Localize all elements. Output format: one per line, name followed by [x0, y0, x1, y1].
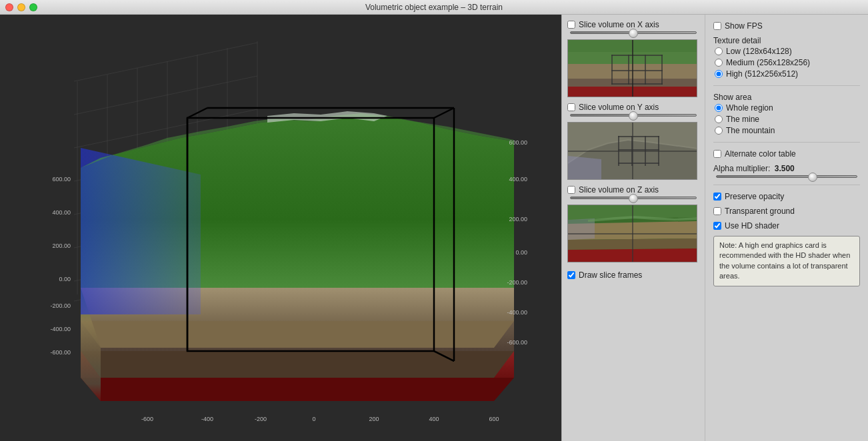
x-axis-slider-container — [567, 31, 699, 34]
texture-high-radio[interactable] — [715, 70, 723, 78]
svg-text:-400.00: -400.00 — [507, 309, 527, 316]
show-fps-row[interactable]: Show FPS — [713, 21, 860, 31]
area-mountain-radio[interactable] — [715, 127, 723, 135]
area-mine-text: The mine — [726, 115, 759, 124]
y-axis-checkbox[interactable] — [567, 103, 575, 111]
show-area-section: Show area Whole region The mine The moun… — [713, 93, 860, 135]
draw-frames-label[interactable]: Draw slice frames — [567, 270, 642, 280]
svg-rect-68 — [611, 83, 663, 85]
divider-3 — [713, 185, 860, 185]
svg-marker-88 — [568, 219, 595, 240]
area-whole-radio[interactable] — [715, 104, 723, 112]
svg-marker-73 — [568, 156, 601, 180]
x-axis-checkbox[interactable] — [567, 21, 575, 29]
texture-high-text: High (512x256x512) — [726, 69, 798, 79]
y-thumb — [567, 122, 697, 180]
svg-rect-64 — [645, 55, 646, 85]
alpha-slider-container — [713, 175, 860, 178]
preserve-opacity-label[interactable]: Preserve opacity — [713, 192, 860, 201]
main-content: 600.00 400.00 200.00 0.00 -200.00 -400.0… — [0, 15, 868, 441]
svg-text:200.00: 200.00 — [509, 216, 527, 222]
draw-frames-text: Draw slice frames — [579, 270, 642, 280]
y-axis-label: Slice volume on Y axis — [579, 103, 659, 112]
z-axis-checkbox-label[interactable]: Slice volume on Z axis — [567, 185, 699, 195]
x-axis-section: Slice volume on X axis — [567, 20, 699, 34]
svg-text:0.00: 0.00 — [59, 276, 71, 282]
svg-text:-400.00: -400.00 — [50, 326, 71, 332]
svg-text:200: 200 — [369, 416, 379, 422]
transparent-ground-text: Transparent ground — [725, 207, 795, 216]
viewport[interactable]: 600.00 400.00 200.00 0.00 -200.00 -400.0… — [0, 15, 561, 441]
alpha-section: Alpha multiplier: 3.500 — [713, 164, 860, 178]
show-area-group: Whole region The mine The mountain — [713, 103, 860, 135]
transparent-ground-checkbox[interactable] — [713, 207, 721, 215]
y-axis-slider[interactable] — [570, 114, 697, 117]
texture-low-radio[interactable] — [715, 47, 723, 55]
minimize-button[interactable] — [17, 3, 25, 11]
preserve-opacity-checkbox[interactable] — [713, 193, 721, 201]
show-area-heading: Show area — [713, 93, 860, 102]
hd-shader-label[interactable]: Use HD shader — [713, 221, 860, 230]
svg-text:-600.00: -600.00 — [507, 339, 527, 346]
svg-marker-21 — [81, 321, 514, 348]
svg-rect-65 — [661, 55, 663, 85]
texture-high-label[interactable]: High (512x256x512) — [715, 69, 860, 79]
note-text: Note: A high end graphics card is recomm… — [719, 241, 850, 280]
svg-text:-200.00: -200.00 — [507, 279, 527, 286]
z-axis-slider[interactable] — [570, 197, 697, 199]
y-axis-section: Slice volume on Y axis — [567, 103, 699, 117]
alt-color-label[interactable]: Alternate color table — [713, 149, 860, 159]
svg-text:-200.00: -200.00 — [50, 302, 71, 309]
x-axis-slider[interactable] — [570, 31, 697, 34]
area-whole-text: Whole region — [726, 103, 773, 113]
svg-text:400.00: 400.00 — [509, 176, 527, 183]
svg-text:600.00: 600.00 — [52, 176, 71, 183]
svg-rect-78 — [645, 136, 646, 166]
texture-medium-label[interactable]: Medium (256x128x256) — [715, 58, 860, 67]
x-axis-checkbox-label[interactable]: Slice volume on X axis — [567, 20, 699, 29]
svg-rect-67 — [611, 70, 663, 71]
texture-detail-heading: Texture detail — [713, 36, 860, 45]
y-axis-checkbox-label[interactable]: Slice volume on Y axis — [567, 103, 699, 112]
svg-rect-62 — [611, 55, 613, 85]
texture-detail-group: Low (128x64x128) Medium (256x128x256) Hi… — [713, 47, 860, 79]
z-axis-label: Slice volume on Z axis — [579, 185, 659, 195]
texture-detail-section: Texture detail Low (128x64x128) Medium (… — [713, 36, 860, 79]
alpha-slider[interactable] — [716, 175, 857, 178]
settings-column: Show FPS Texture detail Low (128x64x128)… — [705, 15, 868, 441]
texture-medium-text: Medium (256x128x256) — [726, 58, 810, 67]
svg-text:-600: -600 — [141, 416, 153, 422]
svg-marker-24 — [81, 148, 201, 314]
svg-text:200.00: 200.00 — [52, 242, 71, 249]
svg-rect-81 — [618, 149, 659, 151]
svg-text:-200: -200 — [255, 416, 267, 422]
svg-rect-63 — [628, 55, 629, 85]
alt-color-checkbox[interactable] — [713, 150, 721, 158]
svg-rect-80 — [618, 136, 659, 137]
svg-rect-77 — [631, 136, 633, 166]
svg-rect-66 — [611, 55, 663, 56]
area-mountain-label[interactable]: The mountain — [715, 126, 860, 135]
svg-marker-19 — [81, 351, 514, 378]
hd-shader-checkbox[interactable] — [713, 222, 721, 230]
area-whole-label[interactable]: Whole region — [715, 103, 860, 113]
texture-low-label[interactable]: Low (128x64x128) — [715, 47, 860, 56]
z-thumb — [567, 205, 697, 262]
texture-low-text: Low (128x64x128) — [726, 47, 792, 56]
area-mine-radio[interactable] — [715, 115, 723, 123]
note-box: Note: A high end graphics card is recomm… — [713, 236, 860, 286]
svg-text:0.00: 0.00 — [515, 249, 527, 256]
show-fps-checkbox[interactable] — [713, 22, 721, 30]
divider-2 — [713, 142, 860, 143]
maximize-button[interactable] — [29, 3, 37, 11]
svg-rect-82 — [618, 163, 659, 164]
texture-medium-radio[interactable] — [715, 59, 723, 67]
draw-frames-row: Draw slice frames — [567, 270, 699, 280]
transparent-ground-label[interactable]: Transparent ground — [713, 207, 860, 216]
draw-frames-checkbox[interactable] — [567, 271, 575, 279]
x-axis-label: Slice volume on X axis — [579, 20, 659, 29]
z-axis-checkbox[interactable] — [567, 186, 575, 194]
area-mine-label[interactable]: The mine — [715, 115, 860, 124]
close-button[interactable] — [5, 3, 13, 11]
svg-text:600: 600 — [489, 416, 499, 422]
